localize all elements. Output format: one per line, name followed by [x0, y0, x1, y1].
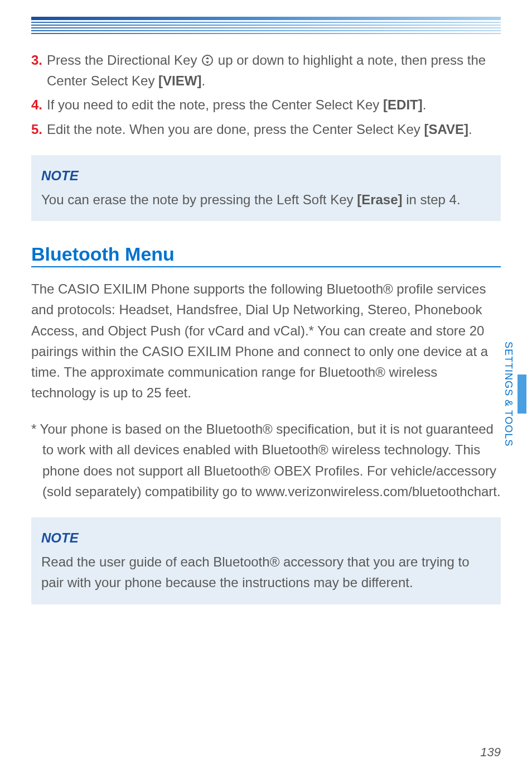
step-text: Press the Directional Key up or down to …: [47, 50, 501, 91]
section-heading: Bluetooth Menu: [31, 243, 501, 267]
header-decoration: [31, 17, 501, 34]
step-text: Edit the note. When you are done, press …: [47, 119, 472, 140]
step-4: 4. If you need to edit the note, press t…: [31, 94, 501, 115]
step-number: 4.: [31, 94, 47, 115]
side-tab: SETTINGS & TOOLS: [502, 342, 526, 446]
footnote: * Your phone is based on the Bluetooth® …: [31, 419, 501, 502]
side-label: SETTINGS & TOOLS: [502, 342, 514, 446]
step-text: If you need to edit the note, press the …: [47, 94, 426, 115]
note-box-1: NOTE You can erase the note by pressing …: [31, 155, 501, 221]
step-3: 3. Press the Directional Key up or down …: [31, 50, 501, 91]
note-box-2: NOTE Read the user guide of each Bluetoo…: [31, 517, 501, 604]
step-number: 3.: [31, 50, 47, 91]
note-body: Read the user guide of each Bluetooth® a…: [41, 551, 491, 593]
side-bar: [518, 375, 526, 414]
step-5: 5. Edit the note. When you are done, pre…: [31, 119, 501, 140]
page-number: 139: [480, 745, 501, 760]
step-number: 5.: [31, 119, 47, 140]
section-body: The CASIO EXILIM Phone supports the foll…: [31, 279, 501, 403]
note-title: NOTE: [41, 165, 491, 186]
note-body: You can erase the note by pressing the L…: [41, 189, 491, 210]
note-title: NOTE: [41, 527, 491, 548]
directional-key-icon: [202, 55, 213, 66]
